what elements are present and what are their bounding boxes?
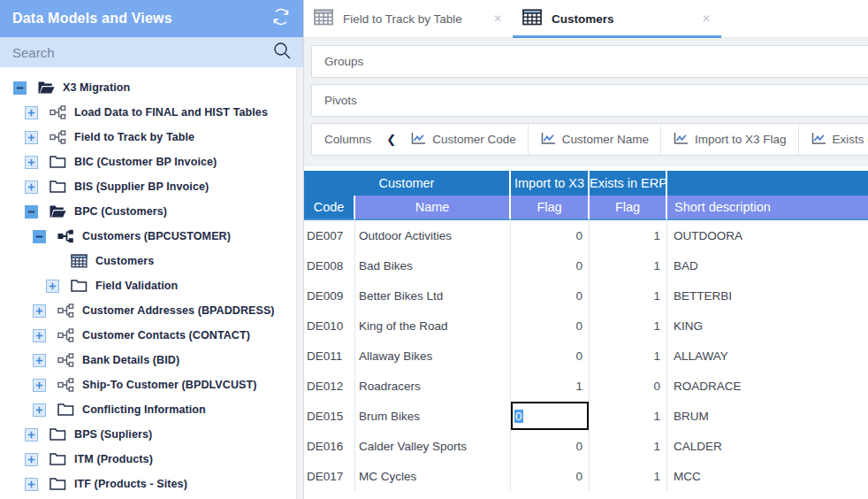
cell-import-flag[interactable]: 0 [511,250,590,280]
search-input[interactable]: Search [12,45,55,60]
expand-icon[interactable] [33,329,46,342]
cell-exists-flag[interactable]: 0 [590,371,667,401]
cell-name[interactable]: Bad Bikes [355,250,511,280]
cell-name[interactable]: King of the Road [355,311,511,341]
expand-icon[interactable] [33,379,46,392]
search-bar[interactable]: Search [0,37,303,67]
cell-short-desc[interactable]: BETTERBI [667,280,868,311]
cell-exists-flag[interactable]: 1 [590,311,667,341]
cell-exists-flag[interactable]: 1 [590,461,667,491]
cell-exists-flag[interactable]: 1 [590,401,667,431]
collapse-icon[interactable] [25,205,38,219]
tree-item-field-to-track-by-table[interactable]: Field to Track by Table [0,125,303,150]
close-icon[interactable]: ✕ [702,12,711,25]
cell-code[interactable]: DE016 [304,431,355,461]
cell-code[interactable]: DE011 [304,341,355,371]
cell-name[interactable]: Better Bikes Ltd [355,280,511,311]
cell-code[interactable]: DE008 [304,250,355,280]
tree-item-bis-supplier-bp-invoice[interactable]: BIS (Supplier BP Invoice) [0,174,303,199]
tree-item-customers[interactable]: Customers [0,249,303,273]
cell-short-desc[interactable]: BAD [667,250,868,280]
tree-item-bic-customer-bp-invoice[interactable]: BIC (Customer BP Invoice) [0,150,303,174]
cell-import-flag[interactable]: 1 [511,371,590,401]
cell-name[interactable]: Allaway Bikes [355,341,511,371]
header-exists-group[interactable]: Exists in ERP [590,171,667,196]
collapse-icon[interactable] [13,81,27,95]
tree-item-itm-products[interactable]: ITM (Products) [0,447,303,472]
cell-short-desc[interactable]: BRUM [667,401,868,431]
tree-item-customers-bpcustomer[interactable]: Customers (BPCUSTOMER) [0,224,303,249]
cell-import-flag[interactable]: 0 [511,220,590,250]
cell-import-flag[interactable]: 0 [511,341,590,371]
pivots-bar[interactable]: Pivots [311,84,868,117]
cell-code[interactable]: DE007 [304,220,355,250]
cell-short-desc[interactable]: MCC [667,461,868,491]
cell-exists-flag[interactable]: 1 [590,280,667,311]
cell-code[interactable]: DE010 [304,311,355,341]
cell-import-flag[interactable]: 0 [511,431,590,461]
refresh-icon[interactable] [270,6,292,31]
cell-import-flag[interactable]: 0 [511,280,590,311]
cell-code[interactable]: DE017 [304,461,355,491]
cell-exists-flag[interactable]: 1 [590,250,667,280]
cell-name[interactable]: Calder Valley Sports [355,431,511,461]
tree-item-conflicting-information[interactable]: Conflicting Information [0,397,303,422]
cell-short-desc[interactable]: OUTDOORA [667,220,868,250]
expand-icon[interactable] [25,478,38,491]
cell-short-desc[interactable]: ALLAWAY [667,341,868,371]
expand-icon[interactable] [33,354,46,367]
header-code[interactable]: Code [304,196,355,220]
search-icon[interactable] [272,41,292,64]
tree-item-bps-supliers[interactable]: BPS (Supliers) [0,422,303,447]
tree-item-x3-migration[interactable]: X3 Migration [0,75,303,100]
tree-item-load-data-to-final-and-hist-tables[interactable]: Load Data to FINAL and HIST Tables [0,100,303,125]
cell-short-desc[interactable]: ROADRACE [667,371,868,401]
expand-icon[interactable] [33,403,46,417]
chevron-left-icon[interactable]: ❮ [386,133,396,146]
cell-name[interactable]: Brum Bikes [355,401,511,431]
close-icon[interactable]: ✕ [493,12,502,25]
tab-field-to-track-by-table[interactable]: Field to Track by Table ✕ [304,0,513,37]
cell-exists-flag[interactable]: 1 [590,431,667,461]
tree-item-bpc-customers[interactable]: BPC (Customers) [0,199,303,224]
tab-customers[interactable]: Customers ✕ [513,0,721,37]
column-chip-customer-name[interactable]: Customer Name [529,124,661,155]
cell-import-flag[interactable]: 0 [511,461,590,491]
cell-exists-flag[interactable]: 1 [590,341,667,371]
cell-code[interactable]: DE009 [304,280,355,311]
expand-icon[interactable] [25,428,38,441]
header-customer-group[interactable]: Customer [304,171,511,196]
header-import-group[interactable]: Import to X3 [511,171,590,196]
expand-icon[interactable] [25,156,38,169]
groups-bar[interactable]: Groups [311,45,868,78]
collapse-icon[interactable] [33,230,46,243]
cell-name[interactable]: Roadracers [355,371,511,401]
column-chip-import-to-x3-flag[interactable]: Import to X3 Flag [661,124,799,155]
cell-code[interactable]: DE015 [304,401,355,431]
tree-item-ship-to-customer-bpdlvcust[interactable]: Ship-To Customer (BPDLVCUST) [0,372,303,397]
column-chip-customer-code[interactable]: Customer Code [408,124,529,155]
tree-item-itf-products-sites[interactable]: ITF (Products - Sites) [0,472,303,496]
tree-item-bank-details-bid[interactable]: Bank Details (BID) [0,348,303,372]
cell-short-desc[interactable]: CALDER [667,431,868,461]
header-short-description[interactable]: Short description [667,196,868,220]
cell-import-flag[interactable]: 0 [511,311,590,341]
cell-name[interactable]: Outdoor Activities [355,220,511,250]
header-import-flag[interactable]: Flag [511,196,590,220]
header-name[interactable]: Name [355,196,511,220]
cell-exists-flag[interactable]: 1 [590,220,667,250]
expand-icon[interactable] [46,280,59,293]
tree-item-customer-contacts-contact[interactable]: Customer Contacts (CONTACT) [0,323,303,348]
expand-icon[interactable] [25,106,38,119]
column-chip-exists-in-erp-flag[interactable]: Exists in ERP Flag [799,124,868,155]
cell-code[interactable]: DE012 [304,371,355,401]
cell-import-flag[interactable]: 0 [511,401,590,431]
tree-item-field-validation[interactable]: Field Validation [0,273,303,298]
cell-name[interactable]: MC Cycles [355,461,511,491]
expand-icon[interactable] [25,453,38,466]
header-exists-flag[interactable]: Flag [590,196,667,220]
expand-icon[interactable] [33,304,46,318]
expand-icon[interactable] [25,180,38,194]
columns-bar[interactable]: Columns ❮ Customer CodeCustomer NameImpo… [311,123,868,156]
tree-item-customer-addresses-bpaddress[interactable]: Customer Addresses (BPADDRESS) [0,298,303,323]
